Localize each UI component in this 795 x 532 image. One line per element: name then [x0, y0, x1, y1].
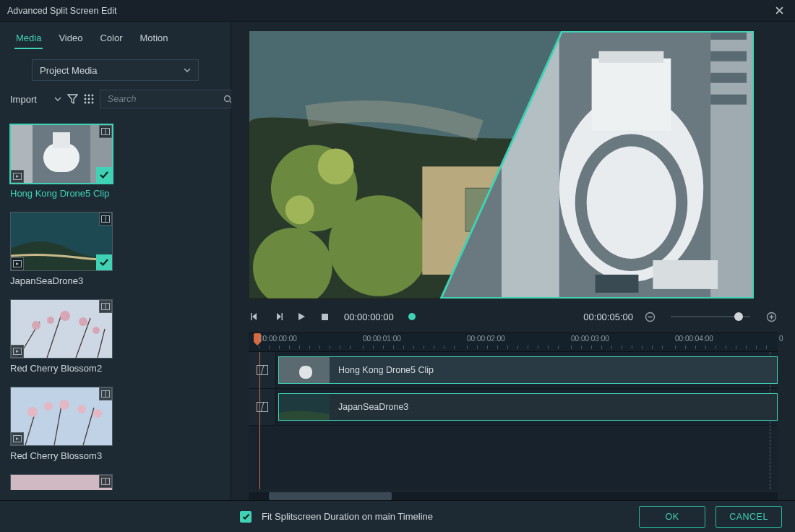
source-dropdown-label: Project Media — [40, 65, 97, 76]
timeline-ruler[interactable]: 00:00:00:00 00:00:01:00 00:00:02:00 00:0… — [249, 332, 778, 351]
media-panel: Media Video Color Motion Project Media I… — [0, 22, 231, 500]
close-button[interactable] — [770, 2, 788, 20]
media-thumbnail[interactable] — [10, 124, 113, 184]
tab-video[interactable]: Video — [50, 28, 91, 49]
layout-indicator-icon — [99, 125, 112, 138]
clip-thumbnail — [279, 357, 330, 383]
ruler-tick-label: 00:00:03:00 — [571, 333, 609, 343]
clip-label: Hong Kong Drone5 Clip — [338, 365, 434, 375]
title-bar: Advanced Split Screen Edit — [0, 0, 795, 22]
tab-motion[interactable]: Motion — [132, 28, 177, 49]
svg-rect-53 — [710, 95, 747, 105]
svg-rect-60 — [596, 275, 639, 293]
prev-frame-icon — [251, 312, 259, 321]
track-header[interactable] — [249, 352, 276, 388]
play-button[interactable] — [295, 310, 308, 323]
app-window: Advanced Split Screen Edit Media Video C… — [0, 0, 795, 532]
grid-view-button[interactable] — [84, 90, 94, 108]
stop-icon — [321, 313, 329, 321]
zoom-in-icon — [766, 312, 777, 322]
svg-point-56 — [587, 146, 676, 259]
fit-duration-checkbox[interactable] — [240, 511, 252, 523]
filter-button[interactable] — [67, 90, 78, 108]
zoom-slider[interactable] — [671, 316, 750, 317]
clip-type-icon — [11, 170, 24, 183]
duration-timecode: 00:00:05:00 — [583, 312, 633, 322]
svg-rect-51 — [710, 51, 747, 61]
timeline-clip[interactable]: Hong Kong Drone5 Clip — [276, 352, 778, 388]
svg-point-3 — [84, 98, 86, 100]
fit-duration-label: Fit Splitscreen Duration on main Timelin… — [262, 511, 433, 522]
source-dropdown[interactable]: Project Media — [32, 59, 199, 81]
thumbnail-image — [11, 475, 112, 490]
zoom-slider-handle[interactable] — [734, 312, 743, 321]
track-header[interactable] — [249, 389, 276, 425]
play-icon — [297, 312, 306, 321]
zoom-in-button[interactable] — [765, 310, 778, 323]
footer-bar: Fit Splitscreen Duration on main Timelin… — [0, 500, 795, 532]
media-item[interactable]: Red Cherry Blossom2 — [10, 299, 220, 374]
tab-color[interactable]: Color — [91, 28, 131, 49]
thumbnail-image — [11, 300, 112, 358]
current-timecode: 00:00:00:00 — [344, 312, 394, 322]
import-button[interactable]: Import — [10, 94, 61, 105]
timeline-scrollbar[interactable] — [249, 492, 778, 500]
layout-indicator-icon — [99, 387, 112, 400]
timeline-track: JapanSeaDrone3 — [249, 389, 778, 426]
media-item-label: Red Cherry Blossom2 — [10, 363, 220, 374]
media-thumbnail[interactable] — [10, 474, 113, 490]
split-layout-icon — [257, 402, 268, 412]
grid-icon — [84, 94, 94, 104]
stop-button[interactable] — [318, 310, 331, 323]
ruler-tick-label: 0 — [779, 333, 783, 343]
media-list: Hong Kong Drone5 Clip JapanSeaD — [0, 114, 231, 500]
svg-point-5 — [91, 98, 93, 100]
svg-point-21 — [32, 321, 40, 330]
svg-rect-49 — [710, 31, 754, 299]
search-input[interactable] — [106, 93, 223, 105]
svg-point-31 — [59, 400, 69, 410]
media-thumbnail[interactable] — [10, 299, 113, 359]
next-frame-button[interactable] — [272, 310, 285, 323]
media-item[interactable]: JapanSeaDrone3 — [10, 212, 220, 286]
svg-point-4 — [87, 98, 90, 100]
svg-rect-63 — [322, 314, 328, 320]
transport-bar: 00:00:00:00 00:00:05:00 — [249, 308, 778, 325]
media-thumbnail[interactable] — [10, 212, 113, 271]
svg-point-1 — [87, 95, 90, 97]
scrollbar-thumb[interactable] — [269, 492, 392, 500]
ruler-tick-label: 00:00:04:00 — [675, 333, 713, 343]
cancel-button[interactable]: CANCEL — [716, 506, 782, 528]
split-layout-icon — [257, 365, 268, 375]
svg-rect-59 — [653, 260, 718, 289]
media-item[interactable]: Hong Kong Drone5 Clip — [10, 124, 220, 199]
media-thumbnail[interactable] — [10, 387, 113, 446]
next-frame-icon — [274, 312, 283, 321]
checkmark-icon — [242, 513, 250, 520]
svg-point-7 — [87, 102, 90, 104]
svg-rect-36 — [11, 475, 112, 490]
layout-indicator-icon — [99, 300, 112, 313]
zoom-out-button[interactable] — [643, 310, 656, 323]
timeline-clip[interactable]: JapanSeaDrone3 — [276, 389, 778, 425]
svg-point-22 — [47, 317, 54, 324]
svg-point-29 — [27, 407, 38, 417]
timeline-tracks: Hong Kong Drone5 Clip JapanSeaDrone3 — [249, 352, 778, 489]
media-item[interactable] — [10, 474, 220, 490]
chevron-down-icon — [54, 97, 61, 101]
ok-button[interactable]: OK — [639, 506, 705, 528]
ruler-tick-label: 00:00:02:00 — [467, 333, 505, 343]
media-toolbar: Import — [0, 90, 231, 114]
ruler-tick-label: 00:00:00:00 — [259, 333, 297, 343]
preview-viewport[interactable] — [249, 30, 755, 299]
search-box — [100, 90, 239, 108]
media-item[interactable]: Red Cherry Blossom3 — [10, 387, 220, 461]
layout-indicator-icon — [99, 475, 112, 488]
svg-point-9 — [224, 95, 230, 101]
clip-label: JapanSeaDrone3 — [338, 402, 408, 412]
prev-frame-button[interactable] — [249, 310, 262, 323]
svg-point-32 — [77, 405, 86, 413]
tab-media[interactable]: Media — [7, 28, 50, 49]
svg-point-40 — [329, 195, 430, 296]
svg-point-6 — [84, 102, 86, 104]
